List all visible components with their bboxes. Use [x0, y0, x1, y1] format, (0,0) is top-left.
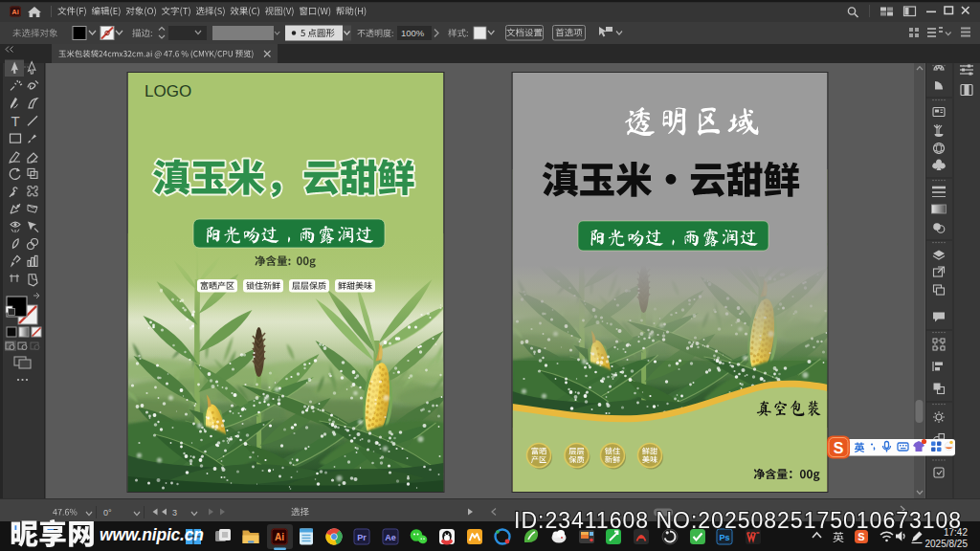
svg-text:100%: 100%: [401, 28, 425, 38]
svg-text:3: 3: [172, 508, 177, 518]
svg-text:0°: 0°: [103, 508, 112, 518]
svg-text:www.nipic.cn: www.nipic.cn: [100, 525, 204, 544]
svg-text:Ai: Ai: [275, 532, 284, 542]
svg-text:S: S: [858, 531, 864, 542]
svg-text:Ps: Ps: [719, 533, 729, 542]
svg-text:LOGO: LOGO: [145, 82, 191, 100]
svg-text:ID:23411608 NO:202508251750106: ID:23411608 NO:20250825175010673108: [514, 508, 962, 533]
svg-text:2025/8/25: 2025/8/25: [925, 539, 969, 549]
svg-text:Pr: Pr: [357, 533, 367, 542]
svg-text:T: T: [11, 113, 19, 129]
svg-text:S: S: [834, 440, 844, 456]
svg-text:Ae: Ae: [385, 533, 396, 542]
svg-text:Ai: Ai: [11, 8, 19, 16]
